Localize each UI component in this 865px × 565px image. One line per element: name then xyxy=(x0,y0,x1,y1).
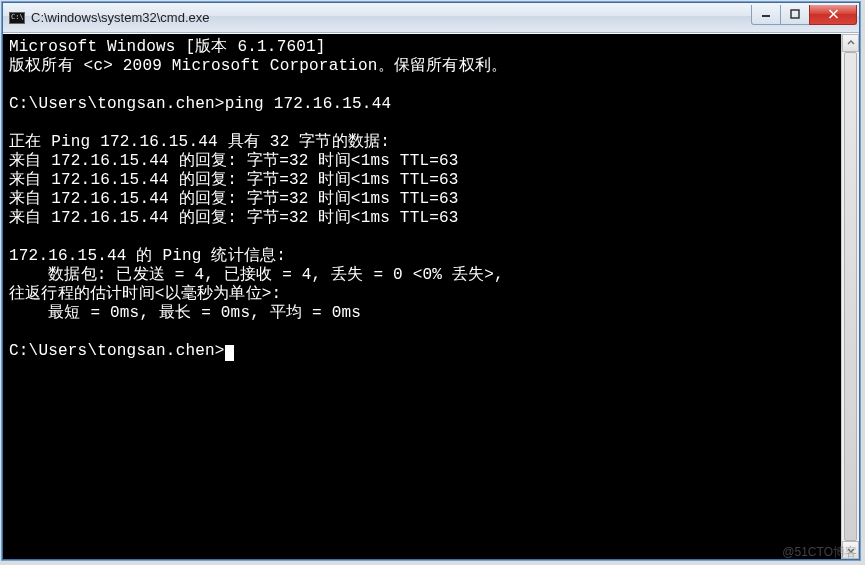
terminal-output[interactable]: Microsoft Windows [版本 6.1.7601] 版权所有 <c>… xyxy=(3,34,841,559)
close-button[interactable] xyxy=(809,5,857,25)
terminal-line: C:\Users\tongsan.chen> xyxy=(9,342,225,360)
client-area: Microsoft Windows [版本 6.1.7601] 版权所有 <c>… xyxy=(3,33,859,559)
terminal-line: Microsoft Windows [版本 6.1.7601] xyxy=(9,38,326,56)
minimize-button[interactable] xyxy=(751,5,781,25)
scrollbar-thumb[interactable] xyxy=(844,52,857,541)
svg-rect-1 xyxy=(791,10,799,18)
terminal-line: C:\Users\tongsan.chen>ping 172.16.15.44 xyxy=(9,95,391,113)
watermark: @51CTO博客 xyxy=(782,544,857,561)
chevron-up-icon xyxy=(847,39,855,47)
scroll-up-button[interactable] xyxy=(842,34,859,52)
terminal-line: 正在 Ping 172.16.15.44 具有 32 字节的数据: xyxy=(9,133,390,151)
svg-rect-0 xyxy=(762,15,770,17)
titlebar[interactable]: C:\windows\system32\cmd.exe xyxy=(3,3,859,33)
cmd-icon xyxy=(9,12,25,24)
cursor xyxy=(225,345,234,361)
terminal-line: 来自 172.16.15.44 的回复: 字节=32 时间<1ms TTL=63 xyxy=(9,209,459,227)
cmd-window: C:\windows\system32\cmd.exe Microsoft Wi… xyxy=(2,2,860,560)
terminal-line: 来自 172.16.15.44 的回复: 字节=32 时间<1ms TTL=63 xyxy=(9,190,459,208)
close-icon xyxy=(828,9,839,19)
terminal-line: 来自 172.16.15.44 的回复: 字节=32 时间<1ms TTL=63 xyxy=(9,152,459,170)
terminal-line: 172.16.15.44 的 Ping 统计信息: xyxy=(9,247,286,265)
maximize-icon xyxy=(790,9,800,19)
minimize-icon xyxy=(761,9,771,19)
terminal-line: 最短 = 0ms, 最长 = 0ms, 平均 = 0ms xyxy=(9,304,361,322)
scrollbar-track[interactable] xyxy=(842,52,859,541)
terminal-line: 往返行程的估计时间<以毫秒为单位>: xyxy=(9,285,281,303)
maximize-button[interactable] xyxy=(780,5,810,25)
window-title: C:\windows\system32\cmd.exe xyxy=(31,10,752,25)
window-controls xyxy=(752,5,857,25)
vertical-scrollbar[interactable] xyxy=(841,34,859,559)
terminal-line: 数据包: 已发送 = 4, 已接收 = 4, 丢失 = 0 <0% 丢失>, xyxy=(9,266,504,284)
terminal-line: 版权所有 <c> 2009 Microsoft Corporation。保留所有… xyxy=(9,57,507,75)
terminal-line: 来自 172.16.15.44 的回复: 字节=32 时间<1ms TTL=63 xyxy=(9,171,459,189)
